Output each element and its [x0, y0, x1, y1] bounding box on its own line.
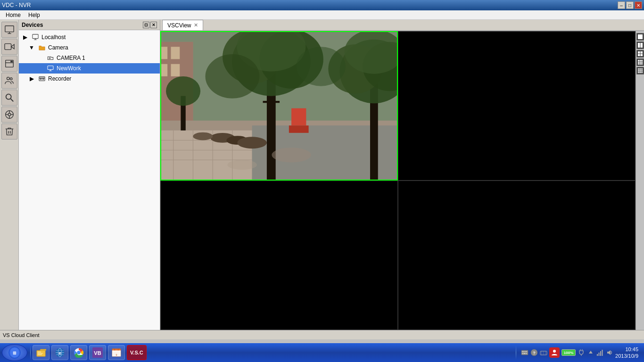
network-signal-icon[interactable] [596, 349, 604, 356]
device-tree: ▶ Localhost ▼ Camera [19, 30, 160, 330]
tab-vscview[interactable]: VSCView ✕ [162, 20, 203, 30]
taskbar-chrome-btn[interactable] [70, 345, 87, 360]
recorder-icon [38, 74, 46, 83]
keyboard-tray-icon[interactable] [521, 349, 528, 356]
camera-cell-1[interactable] [160, 31, 398, 181]
svg-rect-70 [640, 43, 643, 48]
grid-3x3-btn[interactable] [636, 58, 644, 66]
camera-icon-btn[interactable] [1, 39, 17, 55]
user-avatar-tray[interactable] [549, 347, 560, 358]
svg-point-7 [7, 77, 9, 80]
tray-expand-icon[interactable] [587, 349, 594, 356]
monitor-icon-btn[interactable] [1, 22, 17, 38]
start-button[interactable]: ⊞ [2, 344, 27, 361]
maximize-button[interactable]: □ [626, 1, 634, 9]
svg-text:⊞: ⊞ [13, 351, 17, 355]
tree-item-recorder[interactable]: ▶ Recorder [19, 74, 160, 84]
grid-1x1-btn[interactable] [636, 33, 644, 41]
close-panel-btn[interactable]: ✕ [150, 22, 157, 28]
svg-rect-105 [38, 354, 42, 355]
svg-point-139 [553, 350, 556, 353]
tab-label: VSCView [167, 22, 191, 29]
menu-home[interactable]: Home [2, 11, 25, 19]
trash-icon-btn[interactable] [1, 123, 17, 140]
menu-help[interactable]: Help [25, 11, 44, 19]
svg-point-48 [237, 137, 267, 148]
svg-rect-99 [642, 72, 643, 73]
svg-rect-131 [523, 353, 526, 354]
taskbar-vsc-btn[interactable]: V.S.C [127, 345, 147, 360]
svg-rect-92 [638, 71, 639, 72]
taskbar: ⊞ e [0, 343, 644, 362]
computer-icon [31, 33, 40, 41]
grid-2x1-btn[interactable] [636, 41, 644, 49]
volume-icon[interactable] [606, 349, 613, 356]
svg-point-114 [77, 351, 80, 354]
svg-rect-104 [38, 353, 43, 354]
svg-rect-49 [291, 108, 306, 126]
tree-item-newwork[interactable]: NewWork [19, 63, 160, 74]
svg-rect-81 [638, 63, 639, 65]
taskbar-folder-btn[interactable] [33, 345, 50, 360]
svg-text:?: ? [533, 351, 536, 355]
svg-rect-86 [640, 68, 641, 69]
minimize-button[interactable]: – [618, 1, 625, 9]
camera-cell-4[interactable] [398, 181, 636, 330]
camera-folder-label: Camera [48, 44, 68, 51]
grid-4x4-btn[interactable] [636, 67, 644, 74]
search-icon-btn[interactable] [1, 90, 17, 106]
svg-rect-93 [639, 71, 640, 72]
content-area: VSCView ✕ [160, 20, 644, 330]
folder-icon [38, 43, 46, 52]
svg-point-65 [297, 47, 346, 86]
film-icon-btn[interactable] [1, 107, 17, 123]
expand-icon: ▶ [21, 33, 29, 41]
svg-point-64 [206, 54, 260, 99]
tree-item-camera1[interactable]: CAMERA 1 [19, 53, 160, 63]
restore-panel-btn[interactable]: ⊡ [143, 22, 149, 28]
svg-rect-94 [640, 71, 641, 72]
svg-rect-142 [597, 354, 598, 356]
expand-icon: ▼ [27, 43, 36, 52]
svg-text:e: e [58, 351, 61, 355]
header-controls: ⊡ ✕ [143, 22, 157, 28]
svg-rect-143 [599, 353, 600, 356]
svg-point-47 [193, 132, 213, 140]
taskbar-task-btn[interactable]: 9 [108, 345, 125, 360]
svg-point-67 [227, 160, 257, 170]
status-text: VS Cloud Client [3, 332, 40, 338]
users-icon-btn[interactable] [1, 73, 17, 89]
right-panel [636, 31, 644, 330]
svg-rect-77 [641, 60, 643, 61]
svg-rect-76 [639, 60, 641, 61]
svg-rect-129 [526, 351, 527, 352]
camera-cell-3[interactable] [160, 181, 398, 330]
taskbar-ie-btn[interactable]: e [51, 345, 68, 360]
close-button[interactable]: ✕ [635, 1, 642, 9]
network-tray-icon[interactable] [540, 349, 547, 356]
camera-grid [160, 31, 636, 330]
svg-rect-0 [5, 26, 13, 32]
tree-item-localhost[interactable]: ▶ Localhost [19, 32, 160, 42]
localhost-label: Localhost [41, 34, 66, 41]
svg-rect-98 [640, 72, 641, 73]
taskbar-vb-btn[interactable]: VB [89, 345, 106, 360]
main-area: Devices ⊡ ✕ ▶ Localhost [0, 20, 644, 330]
tab-close-btn[interactable]: ✕ [194, 22, 198, 28]
grid-2x2-btn[interactable] [636, 50, 644, 58]
camera-cell-2[interactable] [398, 31, 636, 181]
power-tray-icon[interactable] [578, 349, 585, 356]
sidebar: Devices ⊡ ✕ ▶ Localhost [19, 20, 160, 330]
svg-rect-52 [263, 101, 280, 103]
svg-rect-132 [526, 353, 527, 354]
svg-rect-69 [638, 43, 640, 48]
tree-item-camera-folder[interactable]: ▼ Camera [19, 42, 160, 53]
taskbar-divider-2 [516, 346, 516, 360]
menu-bar: Home Help [0, 10, 644, 20]
svg-rect-71 [638, 51, 640, 54]
help-tray-icon[interactable]: ? [530, 349, 538, 356]
expand-icon [36, 54, 44, 62]
disk-icon-btn[interactable] [1, 56, 17, 72]
app-title: VDC - NVR [2, 2, 31, 8]
devices-header: Devices ⊡ ✕ [19, 20, 160, 30]
